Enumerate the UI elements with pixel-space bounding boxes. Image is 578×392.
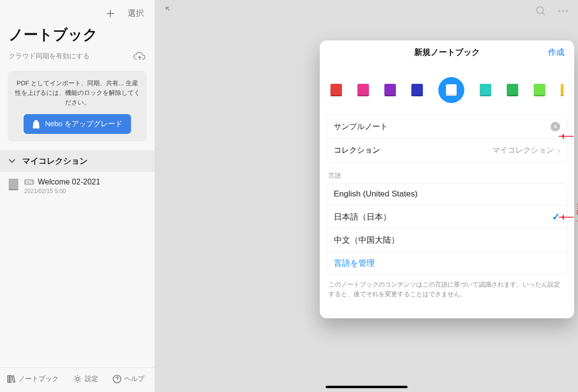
new-notebook-modal: 新規ノートブック 作成 ✕ コレクション マイコレクション › 言語: [320, 40, 574, 318]
language-option[interactable]: 日本語（日本）✓: [327, 205, 567, 228]
color-option[interactable]: [561, 84, 564, 96]
manage-languages[interactable]: 言語を管理: [327, 251, 567, 274]
color-option[interactable]: [411, 84, 423, 96]
nav-settings-label: 設定: [85, 375, 98, 383]
note-lang-badge: EN: [24, 179, 34, 185]
nav-help-label: ヘルプ: [124, 375, 144, 383]
color-option[interactable]: [357, 84, 369, 96]
collection-row[interactable]: コレクション マイコレクション ›: [327, 138, 567, 162]
color-option[interactable]: [480, 84, 491, 96]
color-option[interactable]: [384, 84, 396, 96]
notebook-thumb-icon: [9, 179, 18, 190]
svg-point-0: [76, 378, 79, 380]
color-option[interactable]: [534, 84, 545, 96]
modal-title: 新規ノートブック: [414, 47, 480, 58]
color-option[interactable]: [330, 84, 342, 96]
language-list: English (United States)日本語（日本）✓中文（中国大陆）言…: [327, 183, 567, 275]
home-indicator: [326, 386, 407, 388]
select-button[interactable]: 選択: [128, 8, 144, 19]
cloud-upload-icon[interactable]: [133, 52, 146, 61]
shopping-bag-icon: [32, 120, 40, 129]
language-option-label: 中文（中国大陆）: [334, 235, 399, 246]
collection-label: コレクション: [334, 145, 380, 156]
create-button[interactable]: 作成: [548, 47, 565, 58]
note-date: 2021/02/15 5:00: [24, 188, 100, 195]
language-option[interactable]: English (United States): [327, 183, 567, 205]
collection-value: マイコレクション: [492, 145, 554, 156]
language-option-label: 日本語（日本）: [334, 211, 391, 222]
chevron-right-icon: ›: [558, 146, 560, 155]
notebook-name-input[interactable]: [334, 122, 551, 131]
nav-notebook[interactable]: ノートブック: [7, 375, 59, 383]
note-title: Welcome 02-2021: [38, 178, 101, 186]
check-icon: ✓: [552, 211, 560, 222]
gear-icon: [73, 375, 82, 383]
upgrade-button[interactable]: Nebo をアップグレード: [24, 114, 131, 134]
books-icon: [7, 375, 15, 383]
note-item[interactable]: EN Welcome 02-2021 2021/02/15 5:00: [0, 172, 155, 200]
promo-text: PDF としてインポート、同期、共有... 生産性を上げるには、機能のロックを解…: [14, 78, 140, 107]
nav-settings[interactable]: 設定: [73, 375, 98, 383]
manage-languages-label: 言語を管理: [334, 258, 375, 269]
nav-notebook-label: ノートブック: [18, 375, 59, 383]
nav-help[interactable]: ヘルプ: [113, 375, 144, 383]
clear-name-icon[interactable]: ✕: [551, 122, 560, 131]
sidebar: ＋ 選択 ノートブック クラウド同期を有効にする PDF としてインポート、同期…: [0, 0, 155, 392]
upgrade-button-label: Nebo をアップグレード: [45, 119, 122, 129]
language-note: このノートブックのコンテンツはこの言語に基づいて認識されます。いったん設定すると…: [320, 275, 574, 299]
color-option[interactable]: [507, 84, 518, 96]
color-option-selected[interactable]: [438, 77, 464, 103]
color-picker-row: [320, 64, 574, 115]
add-icon[interactable]: ＋: [104, 6, 117, 20]
chevron-down-icon: [9, 159, 15, 163]
help-icon: [113, 375, 121, 383]
cloud-sync-label[interactable]: クラウド同期を有効にする: [9, 52, 90, 61]
collection-name: マイコレクション: [22, 156, 88, 167]
upgrade-promo: PDF としてインポート、同期、共有... 生産性を上げるには、機能のロックを解…: [8, 71, 147, 142]
collection-header[interactable]: マイコレクション: [0, 150, 155, 172]
main-area: してください。 新規ノートブック 作成 ✕ コレクション マイコレクション ›: [155, 0, 578, 392]
language-option-label: English (United States): [334, 189, 418, 199]
sidebar-bottom-nav: ノートブック 設定 ヘルプ: [0, 367, 155, 392]
sidebar-title: ノートブック: [0, 21, 155, 50]
language-option[interactable]: 中文（中国大陆）: [327, 228, 567, 251]
language-section-label: 言語: [320, 163, 574, 183]
